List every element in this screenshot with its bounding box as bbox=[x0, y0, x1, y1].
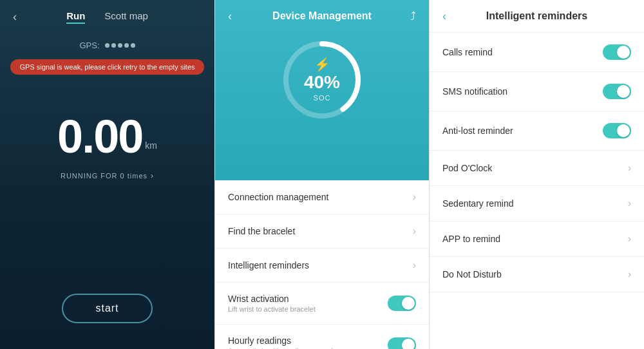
device-menu-wrist[interactable]: Wrist activation Lift wrist to activate … bbox=[215, 283, 429, 325]
dnd-chevron-icon: › bbox=[628, 269, 631, 280]
find-chevron-icon: › bbox=[413, 225, 416, 237]
podclock-label: Pod O'Clock bbox=[442, 163, 492, 173]
app-right: › bbox=[628, 233, 631, 245]
device-menu-connection[interactable]: Connection management › bbox=[215, 180, 429, 214]
gps-dot-5 bbox=[131, 43, 135, 48]
wrist-sublabel: Lift wrist to activate bracelet bbox=[228, 305, 316, 313]
device-menu-find[interactable]: Find the bracelet › bbox=[215, 214, 429, 249]
podclock-chevron-icon: › bbox=[628, 162, 631, 174]
calls-label: Calls remind bbox=[442, 47, 493, 57]
find-label: Find the bracelet bbox=[228, 226, 295, 236]
sms-toggle-knob bbox=[617, 85, 630, 98]
running-info-text: RUNNING FOR 0 times bbox=[61, 172, 147, 180]
device-export-icon[interactable]: ⤴ bbox=[410, 10, 416, 23]
tab-scott-map[interactable]: Scott map bbox=[104, 10, 148, 24]
reminder-podclock[interactable]: Pod O'Clock › bbox=[430, 151, 644, 186]
dnd-label: Do Not Disturb bbox=[442, 269, 502, 279]
sedentary-chevron-icon: › bbox=[628, 198, 631, 209]
tab-run[interactable]: Run bbox=[66, 10, 85, 24]
calls-toggle[interactable] bbox=[603, 44, 631, 60]
app-label: APP to remind bbox=[442, 234, 500, 244]
run-panel: ‹ Run Scott map GPS: GPS signal is weak,… bbox=[0, 0, 214, 349]
device-back-icon[interactable]: ‹ bbox=[228, 10, 232, 23]
sms-label: SMS notification bbox=[442, 86, 507, 97]
reminders-list: Calls remind SMS notification Anti-lost … bbox=[430, 33, 644, 349]
run-header: ‹ Run Scott map bbox=[0, 0, 214, 34]
antilost-toggle[interactable] bbox=[603, 123, 631, 138]
start-button[interactable]: start bbox=[62, 294, 152, 323]
reminders-back-icon[interactable]: ‹ bbox=[442, 10, 446, 23]
reminder-antilost[interactable]: Anti-lost reminder bbox=[430, 111, 644, 151]
device-menu-hourly[interactable]: Hourly readings Automatic health reading… bbox=[215, 325, 429, 349]
run-tabs: Run Scott map bbox=[66, 10, 148, 24]
dnd-right: › bbox=[628, 269, 631, 280]
gps-warning-banner: GPS signal is weak, please click retry t… bbox=[10, 59, 204, 75]
distance-display: 0.00km bbox=[57, 113, 157, 160]
hourly-info: Hourly readings Automatic health reading… bbox=[228, 335, 345, 349]
gps-dot-4 bbox=[124, 43, 129, 48]
reminders-panel: ‹ Intelligent reminders Calls remind SMS… bbox=[430, 0, 644, 349]
battery-bolt-icon: ⚡ bbox=[299, 57, 345, 72]
reminder-app[interactable]: APP to remind › bbox=[430, 222, 644, 257]
gps-dot-1 bbox=[105, 43, 109, 48]
podclock-right: › bbox=[628, 162, 631, 174]
gps-dots bbox=[105, 43, 135, 48]
battery-center: ⚡ 40% SOC bbox=[299, 57, 345, 103]
connection-label: Connection management bbox=[228, 192, 328, 202]
wrist-info: Wrist activation Lift wrist to activate … bbox=[228, 294, 316, 313]
gps-dot-2 bbox=[111, 43, 116, 48]
calls-right bbox=[603, 44, 631, 60]
gps-label: GPS: bbox=[79, 41, 99, 50]
sedentary-right: › bbox=[628, 198, 631, 209]
gps-dot-3 bbox=[118, 43, 122, 48]
antilost-toggle-knob bbox=[617, 124, 630, 137]
reminders-label: Intelligent reminders bbox=[228, 260, 309, 270]
battery-soc-label: SOC bbox=[314, 94, 331, 102]
device-title: Device Management bbox=[272, 10, 372, 22]
reminder-calls[interactable]: Calls remind bbox=[430, 33, 644, 72]
reminder-sedentary[interactable]: Sedentary remind › bbox=[430, 186, 644, 222]
wrist-toggle[interactable] bbox=[388, 296, 416, 311]
reminders-header: ‹ Intelligent reminders bbox=[430, 0, 644, 33]
sms-right bbox=[603, 84, 631, 99]
reminder-dnd[interactable]: Do Not Disturb › bbox=[430, 257, 644, 292]
device-header: ‹ Device Management ⤴ ⚡ 40% SOC bbox=[215, 0, 429, 180]
running-info[interactable]: RUNNING FOR 0 times › bbox=[61, 171, 154, 180]
run-back-icon[interactable]: ‹ bbox=[13, 10, 17, 24]
reminder-sms[interactable]: SMS notification bbox=[430, 72, 644, 111]
battery-ring: ⚡ 40% SOC bbox=[277, 35, 367, 125]
antilost-label: Anti-lost reminder bbox=[442, 126, 513, 136]
sedentary-label: Sedentary remind bbox=[442, 198, 514, 209]
reminders-title: Intelligent reminders bbox=[486, 10, 587, 22]
wrist-toggle-knob bbox=[402, 297, 415, 310]
reminders-chevron-icon: › bbox=[413, 259, 416, 271]
sms-toggle[interactable] bbox=[603, 84, 631, 99]
hourly-toggle[interactable] bbox=[388, 337, 416, 349]
hourly-label: Hourly readings bbox=[228, 335, 345, 346]
app-chevron-icon: › bbox=[628, 233, 631, 245]
device-panel: ‹ Device Management ⤴ ⚡ 40% SOC Connecti… bbox=[214, 0, 430, 349]
antilost-right bbox=[603, 123, 631, 138]
device-menu: Connection management › Find the bracele… bbox=[215, 180, 429, 349]
distance-unit: km bbox=[145, 140, 157, 151]
device-header-row: ‹ Device Management ⤴ bbox=[228, 10, 416, 22]
device-menu-reminders[interactable]: Intelligent reminders › bbox=[215, 249, 429, 283]
hourly-toggle-knob bbox=[402, 339, 415, 349]
calls-toggle-knob bbox=[617, 46, 630, 59]
running-info-chevron-icon: › bbox=[151, 171, 154, 180]
connection-chevron-icon: › bbox=[413, 191, 416, 203]
battery-percent: 40% bbox=[304, 72, 340, 92]
gps-row: GPS: bbox=[79, 41, 135, 50]
wrist-label: Wrist activation bbox=[228, 294, 316, 304]
distance-value: 0.00 bbox=[57, 111, 142, 162]
